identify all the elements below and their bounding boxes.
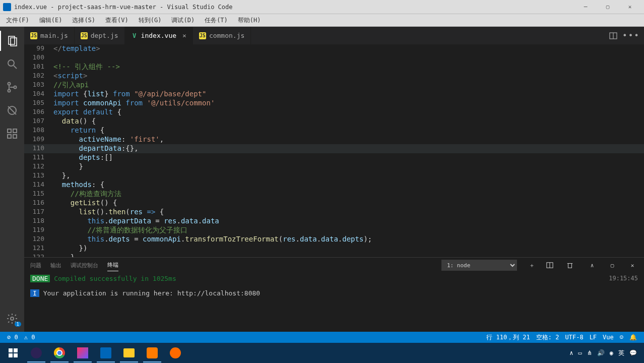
code-line[interactable]: 106export default {	[24, 108, 644, 117]
line-number: 109	[24, 135, 53, 144]
line-content: getList() {	[53, 199, 644, 208]
tray-wifi-icon[interactable]: ◉	[610, 349, 613, 356]
menu-item[interactable]: 选择(S)	[68, 15, 99, 26]
code-line[interactable]: 105import commonApi from '@/utils/common…	[24, 99, 644, 108]
taskbar-app-round-icon[interactable]	[164, 343, 186, 362]
terminal-selector[interactable]: 1: node	[441, 260, 517, 271]
close-button[interactable]: ✕	[619, 0, 641, 14]
terminal[interactable]: 19:15:45 DONE Compiled successfully in 1…	[24, 273, 644, 332]
more-actions-icon[interactable]: •••	[622, 31, 640, 40]
code-line[interactable]: 108 return {	[24, 126, 644, 135]
close-panel-icon[interactable]: ✕	[627, 260, 638, 271]
taskbar-chrome-icon[interactable]	[48, 343, 71, 362]
maximize-button[interactable]: ▢	[597, 0, 619, 14]
new-terminal-icon[interactable]: ＋	[526, 260, 537, 271]
tray-ime[interactable]: 英	[618, 349, 624, 357]
code-line[interactable]: 119 //将普通的数据转化为父子接口	[24, 226, 644, 235]
code-line[interactable]: 118 this.departData = res.data.data	[24, 217, 644, 226]
status-spaces[interactable]: 空格: 2	[533, 333, 562, 342]
code-line[interactable]: 116 getList() {	[24, 199, 644, 208]
code-line[interactable]: 101<!-- 引入组件 -->	[24, 63, 644, 72]
code-line[interactable]: 114 methods: {	[24, 180, 644, 190]
panel-tabs: 问题输出调试控制台终端 1: node ＋ ∧ ▢ ✕	[24, 258, 644, 273]
panel-tab[interactable]: 终端	[107, 259, 118, 271]
search-icon[interactable]	[0, 54, 24, 74]
status-eol[interactable]: LF	[587, 334, 600, 341]
code-line[interactable]: 121 })	[24, 244, 644, 253]
line-content: })	[53, 244, 644, 253]
code-line[interactable]: 111 depts:[]	[24, 153, 644, 162]
tab-common-js[interactable]: JScommon.js	[193, 27, 251, 44]
code-line[interactable]: 110 departData:{},	[24, 144, 644, 153]
line-content: this.depts = commonApi.transformTozTreeF…	[53, 235, 644, 244]
maximize-panel-icon[interactable]: ▢	[607, 260, 618, 271]
status-warnings[interactable]: ⚠ 0	[21, 334, 38, 341]
extensions-icon[interactable]	[0, 124, 24, 144]
menu-item[interactable]: 转到(G)	[135, 15, 166, 26]
tray-battery-icon[interactable]: ▭	[578, 349, 582, 356]
code-line[interactable]: 109 activeName: 'first',	[24, 135, 644, 144]
code-line[interactable]: 107 data() {	[24, 117, 644, 126]
minimize-button[interactable]: ─	[574, 0, 597, 14]
line-content: //引入api	[53, 81, 644, 90]
tray-volume-icon[interactable]: 🔊	[597, 349, 605, 356]
panel-up-icon[interactable]: ∧	[587, 260, 598, 271]
code-line[interactable]: 99</template>	[24, 44, 644, 53]
status-notifications-icon[interactable]: 🔔	[626, 334, 640, 341]
split-terminal-icon[interactable]	[546, 260, 557, 271]
panel-tab[interactable]: 输出	[50, 260, 61, 271]
debug-icon[interactable]	[0, 100, 24, 120]
line-number: 100	[24, 53, 53, 63]
code-line[interactable]: 120 this.depts = commonApi.transformTozT…	[24, 235, 644, 244]
menu-item[interactable]: 查看(V)	[101, 15, 133, 26]
status-encoding[interactable]: UTF-8	[562, 334, 587, 341]
code-line[interactable]: 102<script>	[24, 72, 644, 81]
line-number: 105	[24, 99, 53, 108]
close-tab-icon[interactable]: ×	[182, 32, 186, 39]
code-line[interactable]: 117 list().then(res => {	[24, 208, 644, 217]
tray-chevron-icon[interactable]: ∧	[569, 349, 573, 356]
code-line[interactable]: 112 }	[24, 162, 644, 171]
start-button[interactable]	[2, 343, 24, 362]
status-errors[interactable]: ⊘ 0	[4, 334, 21, 341]
panel-tab[interactable]: 调试控制台	[71, 260, 98, 271]
line-number: 107	[24, 117, 53, 126]
taskbar-eclipse-icon[interactable]	[25, 343, 47, 362]
tray-network-icon[interactable]: ⋔	[587, 349, 592, 356]
code-line[interactable]: 115 //构造查询方法	[24, 190, 644, 199]
menu-item[interactable]: 文件(F)	[2, 15, 33, 26]
terminal-timestamp: 19:15:45	[609, 275, 638, 282]
status-language[interactable]: Vue	[600, 334, 617, 341]
code-line[interactable]: 100	[24, 53, 644, 63]
code-line[interactable]: 113 },	[24, 171, 644, 180]
taskbar-app-orange-icon[interactable]	[141, 343, 163, 362]
tab-main-js[interactable]: JSmain.js	[24, 27, 75, 44]
panel-tab[interactable]: 问题	[30, 260, 41, 271]
menu-item[interactable]: 调试(D)	[167, 15, 199, 26]
taskbar-vscode-icon[interactable]	[95, 343, 117, 362]
system-tray[interactable]: ∧ ▭ ⋔ 🔊 ◉ 英 💬	[569, 349, 642, 357]
js-file-icon: JS	[30, 32, 37, 39]
tab-dept-js[interactable]: JSdept.js	[75, 27, 125, 44]
status-feedback-icon[interactable]: ☺	[617, 334, 626, 341]
code-line[interactable]: 122 }	[24, 253, 644, 257]
split-editor-icon[interactable]	[609, 32, 617, 40]
taskbar-file-explorer-icon[interactable]	[118, 343, 140, 362]
menu-item[interactable]: 帮助(H)	[234, 15, 265, 26]
tray-action-center-icon[interactable]: 💬	[629, 349, 637, 356]
taskbar-intellij-icon[interactable]	[72, 343, 94, 362]
tab-index-vue[interactable]: Vindex.vue×	[125, 27, 193, 44]
line-number: 114	[24, 180, 53, 190]
line-content: import commonApi from '@/utils/common'	[53, 99, 644, 108]
menu-item[interactable]: 任务(T)	[201, 15, 232, 26]
status-cursor[interactable]: 行 110，列 21	[483, 333, 533, 342]
menu-item[interactable]: 编辑(E)	[35, 15, 67, 26]
kill-terminal-icon[interactable]	[566, 260, 577, 271]
settings-gear-icon[interactable]	[0, 309, 24, 329]
activitybar	[0, 27, 24, 332]
code-line[interactable]: 103//引入api	[24, 81, 644, 90]
code-line[interactable]: 104import {list} from "@/api/base/dept"	[24, 90, 644, 99]
explorer-icon[interactable]	[0, 31, 24, 51]
source-control-icon[interactable]	[0, 77, 24, 97]
code-editor[interactable]: 99</template>100101<!-- 引入组件 -->102<scri…	[24, 44, 644, 257]
